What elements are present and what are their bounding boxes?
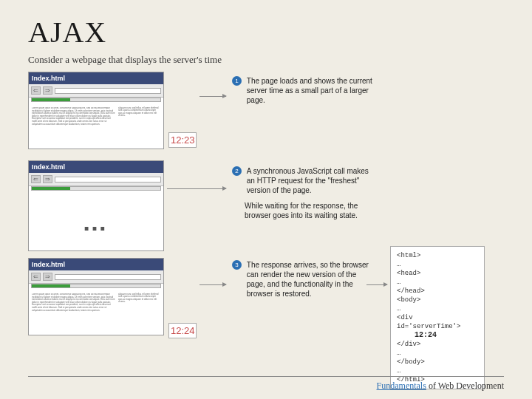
callout-text-3: The response arrives, so the browser can…: [247, 260, 376, 299]
sidebar: aliquam nunc sed tellus et lorem eleifen…: [118, 293, 160, 332]
footer-label-b: of Web Development: [426, 381, 504, 391]
code-line: …: [397, 278, 478, 287]
page-content: Lorem ipsum dolor sit amet, consectetur …: [29, 290, 163, 335]
code-line: …: [397, 304, 478, 313]
callout-subtext-2: While waiting for the response, the brow…: [245, 201, 374, 220]
forward-button[interactable]: ⇒: [43, 86, 52, 95]
progress-bar: [31, 186, 161, 191]
window-titlebar: Index.html: [29, 72, 163, 84]
code-line: </body>: [397, 358, 478, 366]
diagram-container: Index.html ⇐ ⇒ Lorem ipsum dolor sit ame…: [28, 72, 501, 367]
callout-number-1: 1: [232, 76, 242, 86]
time-display-2: 12:24: [168, 323, 197, 338]
side-text: aliquam nunc sed tellus et lorem eleifen…: [118, 107, 160, 117]
window-titlebar: Index.html: [29, 161, 163, 173]
code-line: <body>: [397, 296, 478, 304]
arrow-code: [366, 284, 387, 285]
subtitle: Consider a webpage that displays the ser…: [28, 54, 504, 66]
browser-toolbar: ⇐ ⇒: [29, 270, 163, 284]
code-line: <div id='serverTime'>: [397, 313, 478, 331]
code-line: …: [397, 349, 478, 358]
side-text: aliquam nunc sed tellus et lorem eleifen…: [118, 293, 160, 304]
callout-3: 3 The response arrives, so the browser c…: [232, 260, 380, 299]
browser-window-3: Index.html ⇐ ⇒ Lorem ipsum dolor sit ame…: [28, 258, 164, 335]
arrow-2: [167, 188, 226, 189]
back-button[interactable]: ⇐: [31, 175, 41, 183]
address-bar[interactable]: [55, 88, 161, 94]
callout-text-2: A synchronous JavaScript call makes an H…: [247, 166, 376, 195]
code-line: </div>: [397, 340, 478, 349]
callout-number-3: 3: [232, 260, 242, 270]
code-line: <html>: [397, 251, 478, 260]
browser-window-2: Index.html ⇐ ⇒ …: [28, 160, 164, 251]
code-fragment: <html> … <head> … </head> <body> … <div …: [390, 246, 485, 389]
browser-toolbar: ⇐ ⇒: [29, 173, 163, 186]
page-title: AJAX: [28, 15, 504, 50]
callout-1: 1 The page loads and shows the current s…: [232, 76, 380, 105]
waiting-ellipsis: …: [82, 208, 110, 236]
callout-2: 2 A synchronous JavaScript call makes an…: [232, 166, 380, 220]
browser-window-1: Index.html ⇐ ⇒ Lorem ipsum dolor sit ame…: [28, 72, 164, 149]
back-button[interactable]: ⇐: [31, 86, 41, 95]
footer-label-a: Fundamentals: [377, 381, 426, 391]
forward-button[interactable]: ⇒: [43, 175, 52, 183]
footer-text: Fundamentals of Web Development: [377, 381, 504, 392]
time-display-1: 12:23: [168, 132, 197, 148]
callout-number-2: 2: [232, 166, 242, 176]
back-button[interactable]: ⇐: [31, 273, 41, 281]
arrow-3: [200, 284, 226, 285]
code-line: </head>: [397, 287, 478, 296]
forward-button[interactable]: ⇒: [43, 273, 52, 281]
page-waiting: …: [29, 193, 163, 250]
footer-divider: [28, 376, 504, 377]
code-time-value: 12:24: [415, 331, 478, 340]
progress-bar: [31, 98, 161, 102]
address-bar[interactable]: [55, 274, 161, 280]
lorem-text: Lorem ipsum dolor sit amet, consectetur …: [32, 293, 116, 332]
window-titlebar: Index.html: [29, 259, 163, 270]
sidebar: aliquam nunc sed tellus et lorem eleifen…: [118, 107, 160, 146]
page-content: Lorem ipsum dolor sit amet, consectetur …: [29, 104, 163, 149]
lorem-text: Lorem ipsum dolor sit amet, consectetur …: [32, 107, 116, 146]
callout-text-1: The page loads and shows the current ser…: [247, 76, 376, 105]
address-bar[interactable]: [55, 177, 161, 183]
browser-toolbar: ⇐ ⇒: [29, 84, 163, 98]
arrow-1: [200, 96, 226, 97]
code-line: …: [397, 366, 478, 375]
code-line: …: [397, 260, 478, 269]
code-line: <head>: [397, 269, 478, 278]
progress-bar: [31, 284, 161, 288]
